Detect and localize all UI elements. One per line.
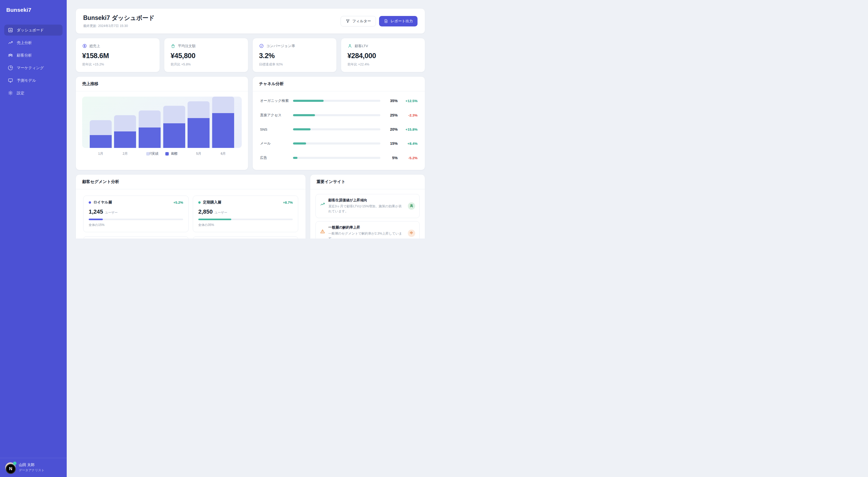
segment-value-row: 1,245 ユーザー — [89, 208, 183, 215]
legend-actual: 実績 — [146, 151, 158, 156]
chart-legend: 実績 目標 — [146, 151, 178, 156]
kpi-row: 総売上 ¥158.6M 前年比 +15.2% 平均注文額 ¥45,800 前月比… — [75, 38, 425, 72]
sidebar-item-settings[interactable]: 設定 — [4, 87, 63, 98]
channel-value: 25% — [384, 113, 398, 117]
sales-bar-group-feb — [114, 97, 136, 148]
kpi-sub: 前年比 +15.2% — [82, 62, 153, 67]
sidebar-item-forecast[interactable]: 予測モデル — [4, 75, 63, 86]
kpi-label: コンバージョン率 — [266, 44, 295, 49]
last-updated: 最終更新: 2024年3月7日 15:30 — [83, 24, 155, 28]
segment-bar-fill — [89, 218, 103, 220]
segment-value: 2,850 — [198, 208, 213, 215]
sales-bar-target — [163, 123, 185, 148]
insight-desc: 一般層のセグメントで解約率が2.3%上昇しています。 — [328, 231, 405, 239]
channel-bar-fill — [293, 128, 311, 130]
sales-bar-group-jun — [212, 97, 234, 148]
sidebar-item-label: 顧客分析 — [17, 53, 32, 58]
channel-row-mail: メール 15% +8.4% — [260, 141, 417, 146]
gear-icon — [8, 90, 13, 95]
kpi-label: 平均注文額 — [178, 44, 196, 49]
segment-value: 1,245 — [89, 208, 103, 215]
insight-title: 顧客生涯価値が上昇傾向 — [328, 198, 405, 203]
channel-row-organic: オーガニック検索 35% +12.5% — [260, 98, 417, 103]
sales-bar-target — [212, 113, 234, 148]
main-content: Bunseki7 ダッシュボード 最終更新: 2024年3月7日 15:30 フ… — [67, 0, 434, 239]
sidebar: Bunseki7 ダッシュボード 売上分析 顧客分析 マーケティング 予測モデル… — [0, 0, 67, 239]
sales-trend-plot — [82, 97, 242, 148]
filter-button[interactable]: フィルター — [341, 16, 376, 26]
segment-share: 全体の15% — [89, 223, 183, 227]
kpi-card-conversion: コンバージョン率 3.2% 目標達成率 92% — [252, 38, 337, 72]
segment-head: 定期購入層 +8.7% — [198, 200, 293, 205]
segment-card-repeat: 定期購入層 +8.7% 2,850 ユーザー 全体の35% — [193, 196, 298, 232]
user-icon — [347, 43, 352, 49]
channel-value: 35% — [384, 99, 398, 103]
channel-list: オーガニック検索 35% +12.5% 直接アクセス 25% -2.3% SNS… — [253, 91, 425, 160]
kpi-sub: 前月比 +5.8% — [170, 62, 242, 67]
sidebar-item-marketing[interactable]: マーケティング — [4, 62, 63, 73]
legend-label: 目標 — [171, 151, 178, 156]
filter-button-label: フィルター — [352, 19, 371, 24]
kpi-value: ¥158.6M — [82, 52, 153, 60]
channel-label: SNS — [260, 127, 289, 131]
sidebar-item-customers[interactable]: 顧客分析 — [4, 50, 63, 61]
warning-icon — [320, 229, 325, 234]
priority-badge: 中 — [408, 230, 415, 237]
export-report-label: レポート出力 — [391, 19, 413, 24]
segment-unit: ユーザー — [215, 210, 227, 215]
channel-bar-track — [293, 142, 380, 145]
segment-value-row: 2,850 ユーザー — [198, 208, 293, 215]
segments-grid: ロイヤル層 +5.2% 1,245 ユーザー 全体の15% 定期購入層 +8.7… — [76, 189, 306, 239]
insights-title: 重要インサイト — [310, 175, 425, 189]
sales-trend-chart: 1月 2月 3月 4月 5月 6月 実績 目標 — [76, 91, 248, 161]
insight-content: 顧客生涯価値が上昇傾向 直近3ヶ月で顧客LTVが15%増加。施策の効果が表れてい… — [328, 198, 405, 214]
kpi-sub: 前年比 +22.4% — [347, 62, 418, 67]
channel-value: 20% — [384, 127, 398, 131]
kpi-value: ¥45,800 — [170, 52, 242, 60]
segment-dot — [89, 201, 91, 204]
kpi-card-ltv: 顧客LTV ¥284,000 前年比 +22.4% — [341, 38, 425, 72]
channel-analysis-card: チャネル分析 オーガニック検索 35% +12.5% 直接アクセス 25% -2… — [252, 77, 425, 170]
segment-change: +5.2% — [174, 201, 183, 205]
segment-change: +8.7% — [283, 201, 293, 205]
channel-bar-fill — [293, 100, 323, 102]
channel-label: 広告 — [260, 155, 289, 160]
bottom-row: 顧客セグメント分析 ロイヤル層 +5.2% 1,245 ユーザー 全体の15% — [75, 174, 425, 239]
export-report-button[interactable]: レポート出力 — [379, 16, 417, 26]
dollar-circle-icon — [82, 43, 87, 49]
kpi-value: ¥284,000 — [347, 52, 418, 60]
x-tick: 6月 — [212, 152, 234, 156]
channel-analysis-title: チャネル分析 — [253, 77, 425, 91]
insight-title: 一般層の解約率上昇 — [328, 225, 405, 230]
file-download-icon — [384, 19, 388, 23]
insight-item-ltv: 顧客生涯価値が上昇傾向 直近3ヶ月で顧客LTVが15%増加。施策の効果が表れてい… — [315, 194, 420, 218]
segment-dot — [198, 201, 200, 204]
sidebar-item-sales[interactable]: 売上分析 — [4, 37, 63, 48]
sidebar-item-dashboard[interactable]: ダッシュボード — [4, 25, 63, 36]
kpi-head: 総売上 — [82, 43, 153, 49]
legend-swatch-target — [165, 152, 169, 155]
segment-card-churn-risk: 離脱リスク層 +12.4% 820 ユーザー 全体の10% — [193, 236, 298, 239]
insights-list: 顧客生涯価値が上昇傾向 直近3ヶ月で顧客LTVが15%増加。施策の効果が表れてい… — [310, 189, 425, 239]
x-tick: 1月 — [90, 152, 112, 156]
page-title: Bunseki7 ダッシュボード — [83, 14, 155, 22]
legend-target: 目標 — [165, 151, 178, 156]
trending-up-icon — [8, 40, 13, 45]
channel-bar-track — [293, 157, 380, 159]
header-actions: フィルター レポート出力 — [341, 16, 417, 26]
kpi-head: 顧客LTV — [347, 43, 418, 49]
segment-name: ロイヤル層 — [93, 200, 112, 205]
channel-bar-track — [293, 100, 380, 102]
sales-x-axis: 1月 2月 3月 4月 5月 6月 実績 目標 — [82, 151, 242, 156]
sales-bar-group-may — [188, 97, 210, 148]
kpi-card-total-sales: 総売上 ¥158.6M 前年比 +15.2% — [75, 38, 160, 72]
segment-card-loyal: ロイヤル層 +5.2% 1,245 ユーザー 全体の15% — [83, 196, 189, 232]
sidebar-item-label: マーケティング — [17, 65, 44, 70]
sidebar-item-label: ダッシュボード — [17, 28, 44, 33]
channel-row-direct: 直接アクセス 25% -2.3% — [260, 113, 417, 118]
insights-card: 重要インサイト 顧客生涯価値が上昇傾向 直近3ヶ月で顧客LTVが15%増加。施策… — [310, 174, 425, 239]
shopping-bag-icon — [170, 43, 176, 49]
kpi-label: 総売上 — [90, 44, 100, 49]
bar-chart-square-icon — [8, 28, 13, 33]
channel-bar-track — [293, 128, 380, 130]
